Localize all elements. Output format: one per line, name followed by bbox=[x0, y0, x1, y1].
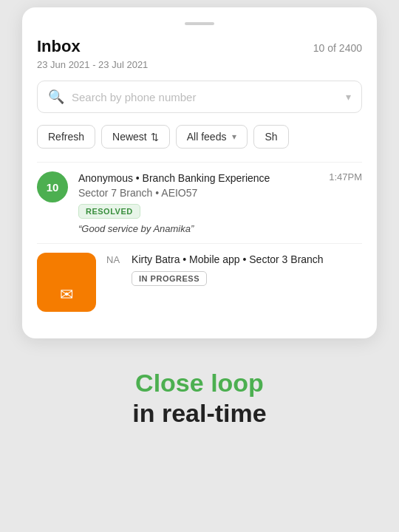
item-body-1: Anonymous • Branch Banking Experience Se… bbox=[78, 171, 362, 234]
item-top-1: Anonymous • Branch Banking Experience Se… bbox=[78, 171, 362, 200]
inbox-header: Inbox 10 of 2400 bbox=[37, 37, 362, 56]
drag-handle bbox=[185, 22, 214, 25]
inbox-card: Inbox 10 of 2400 23 Jun 2021 - 23 Jul 20… bbox=[22, 7, 377, 338]
newest-button[interactable]: Newest ⇅ bbox=[101, 125, 170, 149]
sh-button[interactable]: Sh bbox=[253, 125, 288, 149]
search-placeholder: Search by phone number bbox=[72, 91, 346, 103]
item-body-2: Kirty Batra • Mobile app • Sector 3 Bran… bbox=[132, 253, 324, 286]
item-subtitle-1: Sector 7 Branch • AEIO57 bbox=[78, 186, 270, 201]
item-time-1: 1:47PM bbox=[329, 171, 362, 183]
inbox-count: 10 of 2400 bbox=[313, 42, 362, 54]
filter-row: Refresh Newest ⇅ All feeds Sh bbox=[37, 125, 362, 149]
na-label: NA bbox=[106, 253, 120, 265]
avatar-1: 10 bbox=[37, 171, 68, 202]
item-quote-1: “Good service by Anamika” bbox=[78, 223, 362, 234]
all-feeds-button[interactable]: All feeds bbox=[176, 125, 248, 149]
item-name-1: Anonymous • Branch Banking Experience bbox=[78, 171, 270, 186]
tagline-black: in real-time bbox=[132, 398, 266, 429]
inbox-item-1[interactable]: 10 Anonymous • Branch Banking Experience… bbox=[37, 162, 362, 243]
search-bar[interactable]: 🔍 Search by phone number ▾ bbox=[37, 81, 362, 113]
avatar-orange: ✉ bbox=[37, 253, 96, 312]
item-name-2: Kirty Batra • Mobile app • Sector 3 Bran… bbox=[132, 253, 324, 267]
status-badge-resolved: RESOLVED bbox=[78, 204, 140, 219]
inbox-title: Inbox bbox=[37, 37, 81, 56]
inbox-date: 23 Jun 2021 - 23 Jul 2021 bbox=[37, 59, 362, 70]
status-badge-in-progress: IN PROGRESS bbox=[132, 271, 207, 286]
mail-icon: ✉ bbox=[60, 285, 73, 304]
bottom-section: Close loop in real-time bbox=[0, 368, 399, 429]
refresh-button[interactable]: Refresh bbox=[37, 125, 95, 149]
tagline-green: Close loop bbox=[135, 368, 264, 398]
search-icon: 🔍 bbox=[48, 89, 64, 105]
item-row2: NA Kirty Batra • Mobile app • Sector 3 B… bbox=[106, 253, 324, 286]
sort-icon: ⇅ bbox=[151, 132, 159, 143]
inbox-item-2[interactable]: ✉ NA Kirty Batra • Mobile app • Sector 3… bbox=[37, 243, 362, 321]
dropdown-arrow-icon: ▾ bbox=[346, 91, 351, 103]
